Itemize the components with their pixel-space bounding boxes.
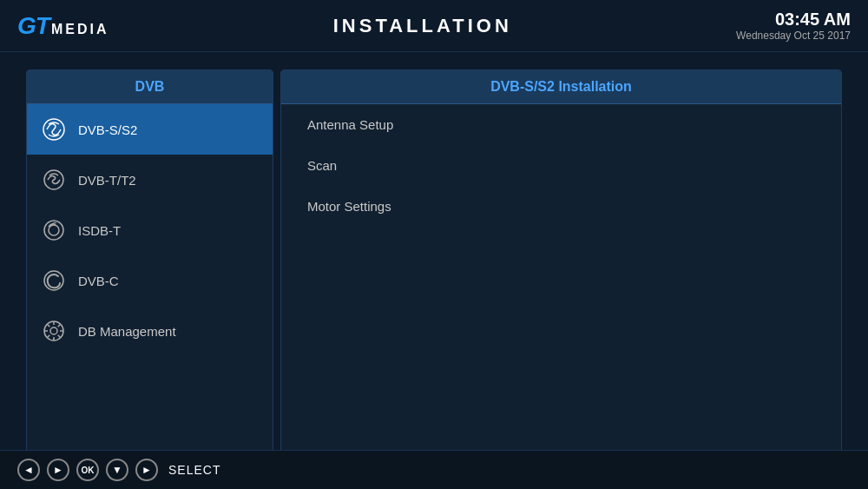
footer-select-label: SELECT: [168, 463, 220, 477]
svg-line-11: [48, 325, 50, 327]
antenna-icon: [40, 166, 68, 194]
footer-btn-right-arrow[interactable]: ►: [47, 459, 69, 481]
menu-item-scan[interactable]: Scan: [281, 145, 841, 186]
sidebar-item-label-dvb-t-t2: DVB-T/T2: [78, 173, 136, 188]
right-panel-header: DVB-S/S2 Installation: [281, 70, 841, 104]
logo-media: MEDIA: [51, 22, 109, 37]
svg-line-14: [48, 335, 50, 338]
svg-line-12: [58, 335, 61, 338]
footer: ◄ ► OK ▼ ► SELECT: [0, 450, 868, 489]
main-content: DVB DVB-S/S2 DVB-T/T: [26, 69, 842, 469]
footer-btn-down[interactable]: ▼: [106, 459, 128, 481]
left-panel: DVB DVB-S/S2 DVB-T/T: [26, 69, 273, 469]
svg-point-6: [50, 327, 57, 334]
datetime: 03:45 AM Wednesday Oct 25 2017: [736, 10, 851, 42]
svg-line-13: [58, 325, 61, 327]
motor-settings-label: Motor Settings: [307, 199, 391, 214]
sidebar-item-label-dvb-c: DVB-C: [78, 274, 119, 288]
right-panel: DVB-S/S2 Installation Antenna Setup Scan…: [280, 69, 842, 469]
sidebar-item-dvb-c[interactable]: DVB-C: [27, 255, 273, 306]
logo: GT MEDIA: [17, 12, 108, 40]
footer-btn-right[interactable]: ►: [135, 459, 158, 481]
scan-label: Scan: [307, 158, 337, 173]
footer-btn-ok[interactable]: OK: [76, 459, 99, 481]
antenna-setup-label: Antenna Setup: [307, 117, 393, 132]
ring-antenna-icon: [40, 216, 68, 244]
sidebar-item-label-isdb-t: ISDB-T: [78, 223, 121, 238]
date-display: Wednesday Oct 25 2017: [736, 30, 851, 42]
menu-item-antenna-setup[interactable]: Antenna Setup: [281, 104, 841, 145]
sidebar-item-isdb-t[interactable]: ISDB-T: [27, 205, 273, 255]
time-display: 03:45 AM: [736, 10, 851, 30]
header: GT MEDIA INSTALLATION 03:45 AM Wednesday…: [0, 0, 868, 52]
sidebar-item-dvb-s-s2[interactable]: DVB-S/S2: [27, 104, 273, 155]
sidebar-item-db-management[interactable]: DB Management: [27, 306, 273, 356]
c-circle-icon: [40, 267, 68, 294]
sidebar-item-label-db-management: DB Management: [78, 324, 176, 339]
settings-circle-icon: [40, 317, 68, 345]
sidebar-item-label-dvb-s-s2: DVB-S/S2: [78, 122, 137, 137]
page-title: INSTALLATION: [333, 15, 512, 37]
left-panel-header: DVB: [27, 70, 273, 104]
satellite-icon: [40, 116, 68, 143]
sidebar-item-dvb-t-t2[interactable]: DVB-T/T2: [27, 155, 273, 205]
footer-btn-left[interactable]: ◄: [17, 459, 40, 481]
menu-item-motor-settings[interactable]: Motor Settings: [281, 186, 841, 227]
logo-gt: GT: [17, 12, 49, 40]
svg-point-3: [49, 225, 59, 235]
